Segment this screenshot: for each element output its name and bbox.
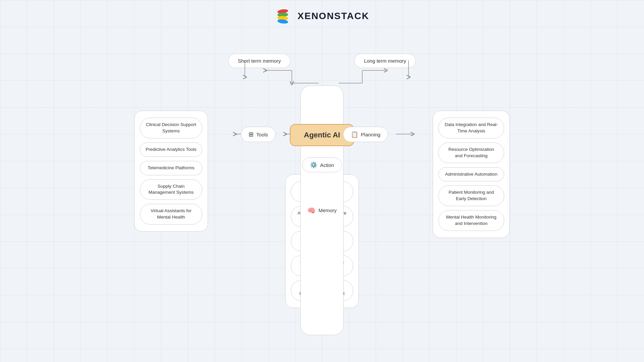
- memory-section: Short term memory Long term memory: [228, 54, 416, 68]
- memory-node: 🧠 Memory: [300, 85, 343, 335]
- long-term-memory-bubble: Long term memory: [354, 54, 416, 68]
- xenonstack-logo: [275, 8, 291, 24]
- diagram-area: Short term memory Long term memory 🧠 Mem…: [138, 34, 506, 335]
- page-wrapper: XENONSTACK: [0, 0, 644, 362]
- left-panel-item-4: Virtual Assistants for Mental Health: [140, 204, 202, 225]
- action-icon: ⚙️: [310, 161, 317, 169]
- right-panel-item-4: Mental Health Monitoring and Interventio…: [438, 210, 504, 231]
- left-panel-item-1: Predictive Analytics Tools: [140, 142, 202, 157]
- action-node: ⚙️ Action: [302, 158, 342, 172]
- right-panel-item-2: Administrative Automation: [438, 167, 504, 182]
- logo-text: XENONSTACK: [298, 11, 369, 21]
- tools-icon: ⊞: [249, 131, 254, 138]
- planning-icon: 📋: [351, 131, 358, 138]
- tools-node: ⊞ Tools: [241, 127, 276, 142]
- header: XENONSTACK: [0, 0, 644, 29]
- right-panel-item-1: Resource Optimization and Forecasting: [438, 142, 504, 163]
- right-panel-item-0: Data Integration and Real-Time Analysis: [438, 118, 504, 138]
- left-panel-item-2: Telemedicine Platforms: [140, 161, 202, 175]
- right-panel-item-3: Patient Monitoring and Early Detection: [438, 185, 504, 206]
- left-panel-item-0: Clinical Decision Support Systems: [140, 118, 202, 138]
- short-term-memory-bubble: Short term memory: [228, 54, 290, 68]
- memory-icon: 🧠: [307, 206, 316, 215]
- left-panel-item-3: Supply Chain Management Systems: [140, 179, 202, 200]
- planning-node: 📋 Planning: [343, 127, 388, 142]
- left-panel: Clinical Decision Support Systems Predic…: [134, 111, 208, 232]
- right-panel: Data Integration and Real-Time Analysis …: [433, 111, 510, 238]
